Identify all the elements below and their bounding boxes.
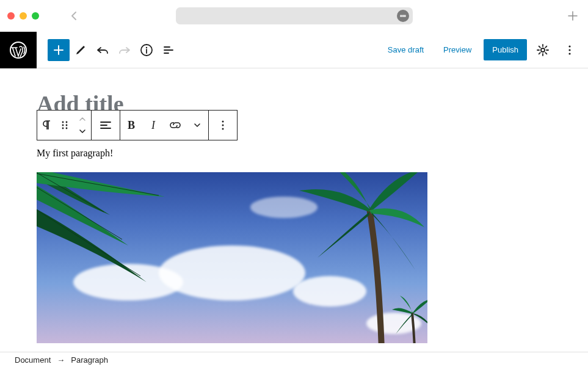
svg-point-7	[62, 122, 64, 123]
svg-point-2	[146, 46, 147, 48]
add-block-button[interactable]	[48, 39, 70, 61]
align-left-icon[interactable]	[92, 111, 120, 140]
block-more-icon[interactable]	[209, 111, 237, 140]
plus-icon[interactable]	[567, 10, 578, 21]
chevron-down-icon[interactable]	[186, 111, 208, 140]
svg-point-13	[222, 121, 224, 123]
reader-badge-icon[interactable]: •••	[397, 10, 409, 22]
svg-point-4	[568, 45, 570, 47]
chevron-left-icon[interactable]	[70, 10, 78, 22]
breadcrumb-root[interactable]: Document	[15, 355, 51, 365]
kebab-icon[interactable]	[559, 39, 581, 61]
outline-icon[interactable]	[158, 39, 180, 61]
svg-point-8	[66, 122, 68, 123]
breadcrumb-current[interactable]: Paragraph	[71, 355, 108, 365]
svg-point-9	[62, 125, 64, 126]
maximize-window[interactable]	[32, 12, 39, 20]
window-controls	[7, 12, 39, 20]
editor-canvas: Add title B I	[0, 68, 588, 352]
save-draft-button[interactable]: Save draft	[380, 40, 431, 59]
svg-point-12	[66, 128, 68, 129]
paragraph-icon[interactable]	[37, 111, 56, 140]
link-icon[interactable]	[164, 111, 186, 140]
editor-tools-right: Save draft Preview Publish	[380, 39, 588, 61]
undo-icon[interactable]	[92, 39, 114, 61]
svg-point-5	[568, 49, 570, 51]
arrow-right-icon: →	[57, 355, 65, 365]
preview-button[interactable]: Preview	[436, 40, 479, 59]
block-mover	[74, 111, 91, 140]
svg-point-14	[222, 125, 224, 126]
editor-toolbar: Save draft Preview Publish	[0, 32, 588, 68]
pencil-icon[interactable]	[70, 39, 92, 61]
bold-button[interactable]: B	[120, 111, 142, 140]
image-block[interactable]	[37, 172, 427, 343]
redo-icon[interactable]	[114, 39, 136, 61]
svg-point-10	[66, 125, 68, 126]
svg-point-15	[222, 128, 224, 130]
address-bar[interactable]: •••	[176, 7, 413, 24]
breadcrumb: Document → Paragraph	[0, 352, 588, 367]
wordpress-logo[interactable]	[0, 32, 37, 68]
block-toolbar: B I	[37, 110, 238, 140]
publish-button[interactable]: Publish	[484, 39, 527, 60]
gear-icon[interactable]	[532, 39, 554, 61]
italic-button[interactable]: I	[142, 111, 164, 140]
browser-chrome: •••	[0, 0, 588, 32]
drag-handle-icon[interactable]	[56, 111, 74, 140]
svg-point-6	[568, 53, 570, 54]
editor-tools-left	[37, 39, 380, 61]
minimize-window[interactable]	[20, 12, 27, 20]
info-icon[interactable]	[136, 39, 158, 61]
paragraph-block[interactable]: My first paragraph!	[37, 148, 588, 159]
svg-point-3	[541, 48, 545, 52]
move-down-button[interactable]	[78, 125, 87, 137]
svg-point-11	[62, 128, 64, 129]
close-window[interactable]	[7, 12, 15, 20]
move-up-button[interactable]	[78, 113, 87, 125]
